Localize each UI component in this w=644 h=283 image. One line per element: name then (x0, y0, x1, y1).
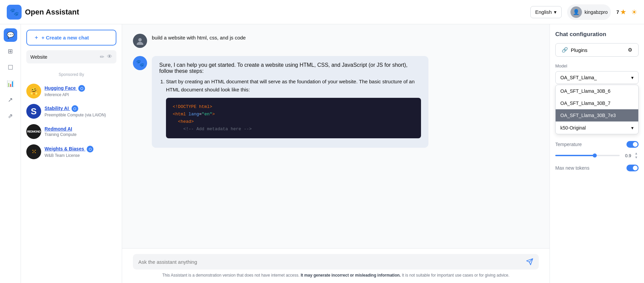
sponsor-logo-hf: 🤗 (26, 84, 41, 98)
language-selector[interactable]: English ▾ (530, 6, 562, 18)
logo-area: 🐾 Open Assistant (7, 5, 530, 20)
max-tokens-row: Max new tokens (555, 165, 639, 171)
sidebar-item-grid[interactable]: ⊞ (4, 45, 17, 58)
temperature-slider-track (555, 155, 620, 156)
max-tokens-toggle[interactable] (626, 165, 639, 171)
sponsor-logo-sa: S (26, 104, 41, 119)
bot-intro-text: Sure, I can help you get started. To cre… (159, 62, 421, 74)
sa-badge: ⬡ (72, 105, 78, 112)
sponsor-item-wb: ⁙ Weights & Biases ⬡ W&B Team License (26, 142, 116, 162)
sponsor-name-sa[interactable]: Stability AI ⬡ (45, 105, 106, 112)
code-block: <!DOCTYPE html> <html lang="en"> <head> … (166, 98, 421, 138)
wb-badge: ⬡ (87, 146, 93, 152)
sidebar-item-chat[interactable]: 💬 (4, 28, 17, 42)
model-option-30b7[interactable]: OA_SFT_Llama_30B_7 (556, 97, 638, 109)
chevron-down-icon: ▾ (631, 75, 634, 80)
new-chat-button[interactable]: ＋ + Create a new chat (26, 30, 116, 46)
disclaimer-text: This Assistant is a demonstration versio… (133, 273, 539, 278)
header: 🐾 Open Assistant English ▾ 👤 kingabzpro … (0, 0, 644, 24)
language-label: English (535, 9, 552, 15)
bot-avatar: 🐾 (133, 56, 147, 70)
plugins-button[interactable]: 🔗 Plugins ⚙ (555, 43, 639, 57)
theme-toggle-icon[interactable]: ☀ (631, 8, 637, 16)
hf-badge: ⬡ (78, 85, 85, 92)
chevron-down-icon: ▾ (554, 9, 557, 15)
sidebar-item-share[interactable]: ⇗ (4, 109, 17, 123)
sponsor-desc-hf: Inference API (45, 92, 85, 97)
input-row (133, 254, 539, 270)
sponsor-item-stability: S Stability AI ⬡ Preemptible Compute (vi… (26, 101, 116, 121)
sponsor-item-huggingface: 🤗 Hugging Face ⬡ Inference API (26, 81, 116, 101)
gear-icon[interactable]: ⚙ (628, 47, 632, 53)
user-message-content: build a website with html, css, and js c… (152, 34, 246, 42)
star-icon: ★ (620, 8, 626, 16)
header-right: English ▾ 👤 kingabzpro 7 ★ ☀ (530, 4, 638, 20)
sponsor-info-wb: Weights & Biases ⬡ W&B Team License (45, 146, 93, 158)
chat-main: build a website with html, css, and js c… (122, 24, 550, 283)
chat-input[interactable] (138, 259, 523, 265)
svg-point-1 (138, 38, 142, 41)
chat-item-actions: ✏ 👁 (100, 54, 112, 60)
bot-message-bubble: Sure, I can help you get started. To cre… (152, 56, 428, 148)
sponsor-info-ra: Redmond AI Training Compute (45, 126, 77, 137)
new-chat-label: + Create a new chat (41, 35, 89, 40)
temperature-value: 0.9 (625, 153, 631, 158)
link-icon: 🔗 (562, 47, 568, 53)
temperature-toggle[interactable] (626, 141, 639, 148)
sponsor-desc-wb: W&B Team License (45, 153, 93, 158)
avatar: 👤 (570, 6, 582, 18)
icon-rail: 💬 ⊞ ☐ 📊 ↗ ⇗ (0, 24, 21, 283)
temperature-row: Temperature (555, 141, 639, 148)
sponsor-logo-wb: ⁙ (26, 144, 41, 159)
sidebar-item-trending[interactable]: ↗ (4, 93, 17, 107)
sidebar-item-message[interactable]: ☐ (4, 61, 17, 74)
sponsor-item-redmond: REDMOND Redmond AI Training Compute (26, 121, 116, 142)
panel-title: Chat configuration (555, 31, 639, 38)
model-label: Model (555, 63, 639, 68)
chat-list-item[interactable]: Website ✏ 👁 (26, 50, 116, 63)
user-area: 👤 kingabzpro (567, 4, 611, 20)
k50-label: k50-Original (560, 125, 586, 131)
user-avatar (133, 34, 147, 48)
chat-messages: build a website with html, css, and js c… (122, 24, 550, 248)
sidebar: ＋ + Create a new chat Website ✏ 👁 Sponso… (21, 24, 122, 283)
user-message-text: build a website with html, css, and js c… (152, 34, 246, 42)
username: kingabzpro (585, 9, 608, 15)
sponsor-desc-sa: Preemptible Compute (via LAION) (45, 113, 106, 117)
model-option-30b6[interactable]: OA_SFT_Llama_30B_6 (556, 85, 638, 97)
chat-input-area: This Assistant is a demonstration versio… (122, 248, 550, 283)
sponsor-info-hf: Hugging Face ⬡ Inference API (45, 85, 85, 97)
temp-increment-button[interactable]: ▲ (634, 152, 639, 155)
model-option-30b7e3[interactable]: OA_SFT_Llama_30B_7e3 (556, 109, 638, 121)
temp-decrement-button[interactable]: ▼ (634, 156, 639, 159)
user-score-badge: 7 ★ (616, 8, 626, 16)
max-tokens-label: Max new tokens (555, 165, 589, 171)
k50-row: k50-Original ▾ (556, 121, 638, 134)
hide-icon[interactable]: 👁 (107, 54, 112, 60)
send-button[interactable] (526, 258, 533, 265)
bot-message-row: 🐾 Sure, I can help you get started. To c… (133, 56, 539, 148)
edit-icon[interactable]: ✏ (100, 54, 104, 60)
temperature-slider-area: 0.9 ▲ ▼ (555, 152, 639, 159)
sponsor-logo-ra: REDMOND (26, 124, 41, 139)
bot-step1: Start by creating an HTML document that … (166, 78, 421, 138)
user-message-row: build a website with html, css, and js c… (133, 34, 539, 48)
plus-icon: ＋ (34, 34, 39, 41)
temperature-spinner: ▲ ▼ (634, 152, 639, 159)
sponsor-name-hf[interactable]: Hugging Face ⬡ (45, 85, 85, 92)
sponsor-desc-ra: Training Compute (45, 132, 77, 137)
temperature-slider-thumb[interactable] (593, 153, 597, 158)
bot-message-content: Sure, I can help you get started. To cre… (152, 56, 428, 148)
model-select-button[interactable]: OA_SFT_Llama_ ▾ (555, 71, 639, 84)
sponsor-name-wb[interactable]: Weights & Biases ⬡ (45, 146, 93, 152)
sidebar-item-stats[interactable]: 📊 (4, 77, 17, 90)
config-section: Temperature 0.9 ▲ ▼ Max new toke (555, 141, 639, 175)
right-panel: Chat configuration 🔗 Plugins ⚙ Model OA_… (550, 24, 644, 283)
sponsor-name-ra[interactable]: Redmond AI (45, 126, 77, 132)
app-logo-icon: 🐾 (7, 5, 22, 20)
sponsored-label: Sponsored By (26, 72, 116, 77)
chat-item-title: Website (30, 54, 47, 60)
chevron-down-icon-k50: ▾ (631, 125, 634, 131)
score-value: 7 (616, 9, 619, 15)
app-body: 💬 ⊞ ☐ 📊 ↗ ⇗ ＋ + Create a new chat Websit… (0, 24, 644, 283)
